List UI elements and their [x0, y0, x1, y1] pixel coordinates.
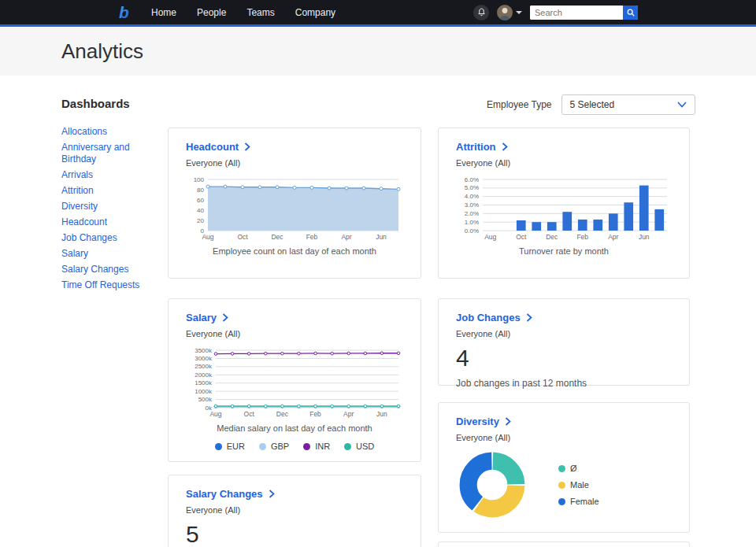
page-header: Analytics: [0, 27, 756, 76]
job-changes-value: 4: [456, 345, 672, 371]
svg-text:Jun: Jun: [639, 233, 650, 241]
legend-dot: [558, 498, 565, 505]
chart-caption: Median salary on last day of each month: [186, 423, 403, 433]
legend-label: GBP: [271, 442, 289, 451]
sidebar-item-job-changes[interactable]: Job Changes: [61, 232, 117, 243]
svg-text:0.0%: 0.0%: [465, 227, 479, 235]
svg-text:Feb: Feb: [306, 233, 318, 241]
card-subtitle: Everyone (All): [186, 158, 403, 168]
headcount-chart: 020406080100AugOctDecFebAprJun: [186, 175, 405, 241]
sidebar-item-arrivals[interactable]: Arrivals: [61, 169, 93, 180]
search-button[interactable]: [623, 6, 638, 20]
svg-text:4.0%: 4.0%: [465, 193, 479, 200]
bob-logo[interactable]: b: [118, 4, 134, 21]
chart-caption: Turnover rate by month: [456, 246, 672, 256]
job-changes-card: Job Changes Everyone (All) 4 Job changes…: [438, 298, 690, 386]
svg-text:500k: 500k: [198, 396, 213, 403]
sidebar-item-attrition[interactable]: Attrition: [61, 185, 94, 196]
employee-type-select[interactable]: 5 Selected: [561, 94, 695, 115]
headcount-card: Headcount Everyone (All) 020406080100Aug…: [168, 128, 421, 279]
partially-visible-card: [438, 541, 690, 547]
card-title-label: Salary Changes: [186, 488, 263, 500]
salary-changes-card-title[interactable]: Salary Changes: [186, 488, 403, 500]
notifications-button[interactable]: [473, 5, 489, 20]
svg-text:Feb: Feb: [309, 410, 321, 418]
job-changes-caption: Job changes in past 12 months: [456, 378, 672, 389]
sidebar-item-anniversary-and-birthday[interactable]: Anniversary and Birthday: [61, 142, 130, 164]
svg-text:Dec: Dec: [546, 233, 558, 241]
headcount-card-title[interactable]: Headcount: [186, 141, 403, 153]
list-item: Salary Changes: [61, 263, 158, 275]
search-box: [530, 6, 638, 20]
legend-label: Female: [570, 497, 599, 506]
chevron-down-icon: [677, 102, 687, 108]
legend-item: INR: [303, 442, 330, 451]
navbar-right: [473, 5, 638, 20]
list-item: Anniversary and Birthday: [61, 141, 158, 164]
list-item: Salary: [61, 247, 158, 259]
legend-item: Ø: [558, 464, 599, 473]
legend-dot: [558, 465, 565, 472]
svg-text:3.0%: 3.0%: [465, 201, 479, 209]
attrition-card-title[interactable]: Attrition: [456, 141, 672, 153]
attrition-chart: 0.0%1.0%2.0%3.0%4.0%5.0%6.0%AugOctDecFeb…: [456, 175, 673, 241]
svg-text:2500k: 2500k: [195, 363, 213, 370]
svg-text:3500k: 3500k: [195, 347, 213, 354]
diversity-card-title[interactable]: Diversity: [456, 416, 672, 427]
card-subtitle: Everyone (All): [456, 158, 672, 168]
top-navbar: b Home People Teams Company: [0, 0, 756, 24]
svg-text:Dec: Dec: [276, 410, 289, 418]
card-subtitle: Everyone (All): [186, 505, 403, 515]
user-menu[interactable]: [497, 5, 522, 20]
list-item: Arrivals: [61, 168, 158, 180]
nav-item-people[interactable]: People: [197, 7, 226, 18]
legend-item: GBP: [259, 442, 289, 451]
chart-caption: Employee count on last day of each month: [186, 246, 403, 256]
job-changes-card-title[interactable]: Job Changes: [456, 312, 672, 323]
nav-item-home[interactable]: Home: [151, 7, 176, 18]
sidebar-item-salary[interactable]: Salary: [61, 248, 88, 259]
card-title-label: Attrition: [456, 141, 496, 153]
sidebar-item-diversity[interactable]: Diversity: [61, 201, 98, 212]
card-title-label: Salary: [186, 312, 217, 323]
legend-label: USD: [356, 442, 374, 451]
legend-item: EUR: [215, 442, 245, 451]
legend-label: Male: [570, 480, 589, 490]
legend-dot: [558, 482, 565, 489]
legend-label: INR: [315, 442, 330, 451]
salary-card-title[interactable]: Salary: [186, 312, 403, 323]
salary-changes-card: Salary Changes Everyone (All) 5: [168, 475, 421, 547]
list-item: Job Changes: [61, 231, 158, 243]
svg-text:Oct: Oct: [516, 233, 527, 241]
sidebar-item-headcount[interactable]: Headcount: [61, 216, 107, 227]
card-subtitle: Everyone (All): [186, 329, 403, 338]
diversity-card: Diversity Everyone (All) Ø Male Female: [438, 402, 690, 533]
chevron-right-icon: [505, 417, 511, 426]
diversity-legend: Ø Male Female: [558, 464, 599, 506]
nav-item-teams[interactable]: Teams: [246, 7, 274, 18]
svg-text:Apr: Apr: [341, 233, 351, 241]
legend-item: Female: [558, 497, 599, 506]
salary-legend: EUR GBP INR USD: [186, 442, 403, 451]
list-item: Diversity: [61, 200, 158, 212]
list-item: Time Off Requests: [61, 279, 158, 290]
svg-text:1.0%: 1.0%: [465, 219, 479, 226]
legend-dot: [344, 443, 351, 450]
search-icon: [626, 8, 636, 17]
card-title-label: Diversity: [456, 416, 499, 427]
svg-text:Aug: Aug: [202, 233, 213, 241]
employee-type-filter: Employee Type 5 Selected: [487, 94, 695, 115]
legend-dot: [303, 443, 310, 450]
sidebar-item-time-off-requests[interactable]: Time Off Requests: [61, 279, 139, 290]
sidebar-item-salary-changes[interactable]: Salary Changes: [61, 264, 128, 275]
sidebar-item-allocations[interactable]: Allocations: [61, 126, 107, 137]
nav-item-company[interactable]: Company: [295, 7, 335, 18]
bell-icon: [477, 8, 486, 17]
svg-text:40: 40: [197, 207, 204, 214]
search-input[interactable]: [530, 6, 623, 20]
chevron-right-icon: [526, 313, 532, 322]
svg-text:b: b: [119, 4, 129, 21]
filter-label: Employee Type: [487, 99, 552, 110]
svg-text:3000k: 3000k: [195, 355, 213, 362]
page-title: Analytics: [61, 39, 143, 64]
